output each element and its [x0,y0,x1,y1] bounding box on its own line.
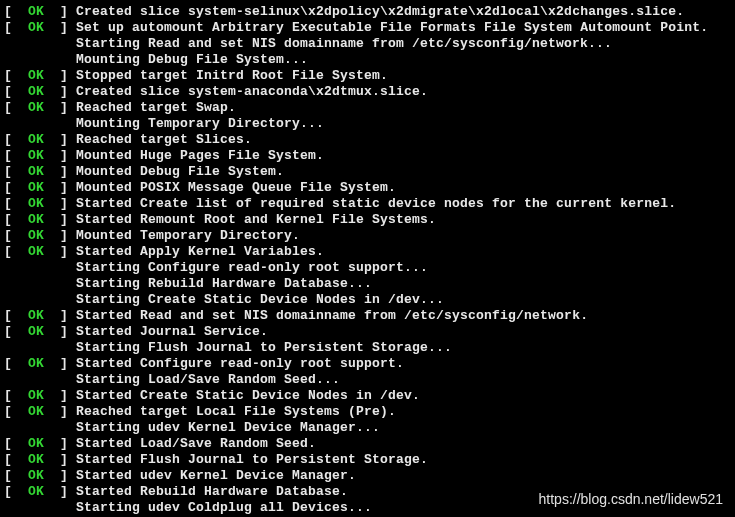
boot-message: Started Create Static Device Nodes in /d… [76,388,420,403]
boot-log-line: [ OK ] Created slice system-selinux\x2dp… [4,4,735,20]
status-ok: OK [28,388,44,403]
status-ok: OK [28,132,44,147]
boot-message: Started Load/Save Random Seed. [76,436,316,451]
boot-message: Mounted Temporary Directory. [76,228,300,243]
boot-message: Started Flush Journal to Persistent Stor… [76,452,428,467]
bracket-open: [ [4,4,28,19]
bracket-close: ] [44,452,76,467]
boot-log-line: [ OK ] Started Remount Root and Kernel F… [4,212,735,228]
status-ok: OK [28,436,44,451]
boot-log-line: [ OK ] Mounted Debug File System. [4,164,735,180]
status-ok: OK [28,228,44,243]
bracket-close: ] [44,404,76,419]
bracket-close: ] [44,164,76,179]
boot-log-line: Starting Rebuild Hardware Database... [4,276,735,292]
boot-log-line: [ OK ] Reached target Slices. [4,132,735,148]
bracket-close: ] [44,68,76,83]
boot-log-line: [ OK ] Started Create Static Device Node… [4,388,735,404]
status-ok: OK [28,20,44,35]
status-ok: OK [28,148,44,163]
bracket-open: [ [4,356,28,371]
boot-log-line: [ OK ] Stopped target Initrd Root File S… [4,68,735,84]
boot-message: Started udev Kernel Device Manager. [76,468,356,483]
indent [4,276,76,291]
bracket-close: ] [44,356,76,371]
boot-log-line: [ OK ] Mounted Huge Pages File System. [4,148,735,164]
status-ok: OK [28,468,44,483]
bracket-open: [ [4,484,28,499]
boot-log-line: Starting Flush Journal to Persistent Sto… [4,340,735,356]
bracket-open: [ [4,180,28,195]
boot-message: Mounted Debug File System. [76,164,284,179]
bracket-open: [ [4,452,28,467]
indent [4,420,76,435]
bracket-close: ] [44,468,76,483]
boot-message: Starting Configure read-only root suppor… [76,260,428,275]
indent [4,36,76,51]
status-ok: OK [28,196,44,211]
boot-log-line: Starting Read and set NIS domainname fro… [4,36,735,52]
indent [4,116,76,131]
boot-log-line: [ OK ] Started udev Kernel Device Manage… [4,468,735,484]
boot-message: Starting Create Static Device Nodes in /… [76,292,444,307]
boot-message: Mounted Huge Pages File System. [76,148,324,163]
boot-log-line: [ OK ] Started Journal Service. [4,324,735,340]
boot-message: Starting udev Coldplug all Devices... [76,500,372,515]
indent [4,372,76,387]
bracket-close: ] [44,212,76,227]
boot-log-line: Mounting Temporary Directory... [4,116,735,132]
bracket-open: [ [4,148,28,163]
boot-log-line: Starting udev Kernel Device Manager... [4,420,735,436]
status-ok: OK [28,356,44,371]
boot-log-line: [ OK ] Started Read and set NIS domainna… [4,308,735,324]
bracket-close: ] [44,132,76,147]
bracket-open: [ [4,68,28,83]
bracket-close: ] [44,436,76,451]
boot-message: Started Read and set NIS domainname from… [76,308,588,323]
boot-log-line: Starting Configure read-only root suppor… [4,260,735,276]
bracket-close: ] [44,484,76,499]
bracket-close: ] [44,196,76,211]
bracket-close: ] [44,324,76,339]
bracket-open: [ [4,404,28,419]
bracket-close: ] [44,148,76,163]
boot-log-line: [ OK ] Created slice system-anaconda\x2d… [4,84,735,100]
boot-message: Started Journal Service. [76,324,268,339]
boot-message: Starting Flush Journal to Persistent Sto… [76,340,452,355]
bracket-open: [ [4,228,28,243]
indent [4,292,76,307]
bracket-close: ] [44,308,76,323]
bracket-open: [ [4,436,28,451]
boot-message: Started Rebuild Hardware Database. [76,484,348,499]
boot-message: Started Create list of required static d… [76,196,676,211]
boot-message: Reached target Swap. [76,100,236,115]
boot-message: Reached target Local File Systems (Pre). [76,404,396,419]
boot-log-line: [ OK ] Mounted Temporary Directory. [4,228,735,244]
boot-log-line: [ OK ] Started Configure read-only root … [4,356,735,372]
boot-log-line: [ OK ] Reached target Local File Systems… [4,404,735,420]
boot-log-line: Starting Create Static Device Nodes in /… [4,292,735,308]
bracket-close: ] [44,20,76,35]
bracket-open: [ [4,212,28,227]
boot-message: Stopped target Initrd Root File System. [76,68,388,83]
boot-log-terminal: [ OK ] Created slice system-selinux\x2dp… [4,4,735,516]
boot-message: Reached target Slices. [76,132,252,147]
status-ok: OK [28,100,44,115]
boot-log-line: [ OK ] Set up automount Arbitrary Execut… [4,20,735,36]
bracket-open: [ [4,468,28,483]
boot-message: Created slice system-anaconda\x2dtmux.sl… [76,84,428,99]
boot-message: Started Remount Root and Kernel File Sys… [76,212,436,227]
watermark-text: https://blog.csdn.net/lidew521 [539,491,723,507]
indent [4,500,76,515]
boot-log-line: [ OK ] Started Apply Kernel Variables. [4,244,735,260]
boot-log-line: [ OK ] Reached target Swap. [4,100,735,116]
status-ok: OK [28,180,44,195]
boot-message: Created slice system-selinux\x2dpolicy\x… [76,4,684,19]
bracket-close: ] [44,244,76,259]
boot-message: Mounted POSIX Message Queue File System. [76,180,396,195]
bracket-close: ] [44,388,76,403]
bracket-open: [ [4,308,28,323]
bracket-open: [ [4,132,28,147]
status-ok: OK [28,324,44,339]
bracket-open: [ [4,20,28,35]
